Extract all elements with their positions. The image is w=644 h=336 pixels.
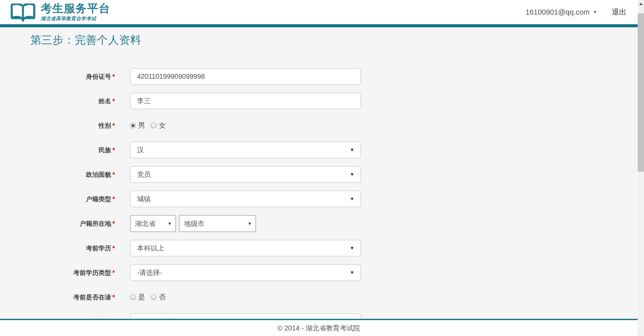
caret-down-icon: ▼ <box>350 196 354 202</box>
open-book-icon <box>9 2 37 22</box>
caret-down-icon: ▼ <box>247 221 252 226</box>
user-email: 16100901@qq.com <box>526 8 590 16</box>
radio-label: 否 <box>159 292 166 302</box>
select-value: 湖北省 <box>135 219 156 228</box>
header-divider-bar <box>0 24 644 27</box>
gender-female-radio[interactable]: 女 <box>151 121 166 130</box>
header-right: 16100901@qq.com ▼ 退出 <box>526 7 626 17</box>
education-type-select[interactable]: -请选择- ▼ <box>130 264 361 281</box>
field-label: 民族* <box>30 146 115 154</box>
form-row-ethnicity: 民族* 汉 ▼ <box>30 142 614 158</box>
select-value: 城镇 <box>137 194 151 203</box>
caret-down-icon: ▼ <box>350 147 354 153</box>
field-label: 户籍所在地* <box>30 219 115 228</box>
select-value: 汉 <box>137 145 144 154</box>
form-row-currently-enrolled: 考前是否在读* 是 否 <box>30 289 614 305</box>
radio-label: 是 <box>138 292 145 302</box>
logout-link[interactable]: 退出 <box>612 7 626 17</box>
name-input[interactable] <box>130 93 361 109</box>
header: 考生服务平台 湖北省高等教育自学考试 16100901@qq.com ▼ 退出 <box>0 0 644 24</box>
vertical-scrollbar[interactable] <box>638 0 644 336</box>
logo-text: 考生服务平台 湖北省高等教育自学考试 <box>41 2 110 22</box>
required-marker: * <box>112 171 115 178</box>
city-select[interactable]: 地级市 ▼ <box>179 215 256 232</box>
select-value: 党员 <box>137 170 151 179</box>
caret-down-icon: ▼ <box>167 221 172 226</box>
province-select[interactable]: 湖北省 ▼ <box>130 215 176 232</box>
ethnicity-select[interactable]: 汉 ▼ <box>130 142 361 158</box>
field-label: 考前学历类型* <box>30 269 115 277</box>
required-marker: * <box>112 73 115 80</box>
enrolled-no-radio[interactable]: 否 <box>151 292 166 302</box>
form-row-name: 姓名* <box>30 93 614 109</box>
logo-subtitle: 湖北省高等教育自学考试 <box>41 15 110 22</box>
political-status-select[interactable]: 党员 ▼ <box>130 166 361 183</box>
select-value: 地级市 <box>184 219 204 228</box>
select-value: -请选择- <box>137 268 162 277</box>
field-label: 姓名* <box>30 97 115 105</box>
household-type-select[interactable]: 城镇 ▼ <box>130 191 361 207</box>
radio-icon[interactable] <box>151 123 157 128</box>
radio-icon[interactable] <box>130 123 136 128</box>
required-marker: * <box>112 146 115 153</box>
required-marker: * <box>112 195 115 202</box>
field-label: 身份证号* <box>30 72 115 81</box>
field-label: 考前学历* <box>30 244 115 252</box>
radio-label: 女 <box>159 121 166 130</box>
id-number-input[interactable] <box>130 68 361 85</box>
gender-male-radio[interactable]: 男 <box>130 121 145 130</box>
caret-down-icon: ▼ <box>350 245 354 251</box>
field-label: 性别* <box>30 121 115 130</box>
main-content: 第三步：完善个人资料 身份证号* 姓名* 性别* 男 女 民族* <box>0 27 644 330</box>
field-label: 政治面貌* <box>30 170 115 179</box>
field-label: 户籍类型* <box>30 195 115 203</box>
form-row-gender: 性别* 男 女 <box>30 117 614 134</box>
required-marker: * <box>112 97 115 105</box>
required-marker: * <box>112 294 115 301</box>
form-row-id-number: 身份证号* <box>30 68 614 85</box>
required-marker: * <box>112 122 115 129</box>
user-account-dropdown[interactable]: 16100901@qq.com ▼ <box>526 8 597 16</box>
form-row-education-type: 考前学历类型* -请选择- ▼ <box>30 264 614 281</box>
radio-label: 男 <box>138 121 145 130</box>
scroll-up-icon <box>639 3 643 5</box>
platform-logo[interactable]: 考生服务平台 湖北省高等教育自学考试 <box>9 2 110 22</box>
caret-down-icon: ▼ <box>350 270 354 275</box>
select-value: 本科以上 <box>137 244 164 253</box>
form-row-pre-exam-education: 考前学历* 本科以上 ▼ <box>30 240 614 256</box>
chevron-down-icon: ▼ <box>593 10 597 14</box>
page-footer: © 2014 - 湖北省教育考试院 <box>0 319 638 336</box>
logo-title: 考生服务平台 <box>41 2 110 14</box>
page-title: 第三步：完善个人资料 <box>30 33 614 47</box>
field-label: 考前是否在读* <box>30 293 115 301</box>
form-row-household-type: 户籍类型* 城镇 ▼ <box>30 191 614 207</box>
required-marker: * <box>112 269 115 276</box>
scroll-up-button[interactable] <box>638 0 644 8</box>
required-marker: * <box>112 245 115 252</box>
form-row-household-location: 户籍所在地* 湖北省 ▼ 地级市 ▼ <box>30 215 614 232</box>
radio-icon[interactable] <box>130 294 136 300</box>
enrolled-yes-radio[interactable]: 是 <box>130 292 145 302</box>
scrollbar-thumb[interactable] <box>638 13 644 172</box>
form-row-political-status: 政治面貌* 党员 ▼ <box>30 166 614 183</box>
copyright-text: © 2014 - 湖北省教育考试院 <box>277 324 360 333</box>
radio-icon[interactable] <box>151 294 157 300</box>
title-divider <box>30 57 614 58</box>
pre-exam-education-select[interactable]: 本科以上 ▼ <box>130 240 361 256</box>
required-marker: * <box>112 220 115 227</box>
caret-down-icon: ▼ <box>350 172 354 177</box>
